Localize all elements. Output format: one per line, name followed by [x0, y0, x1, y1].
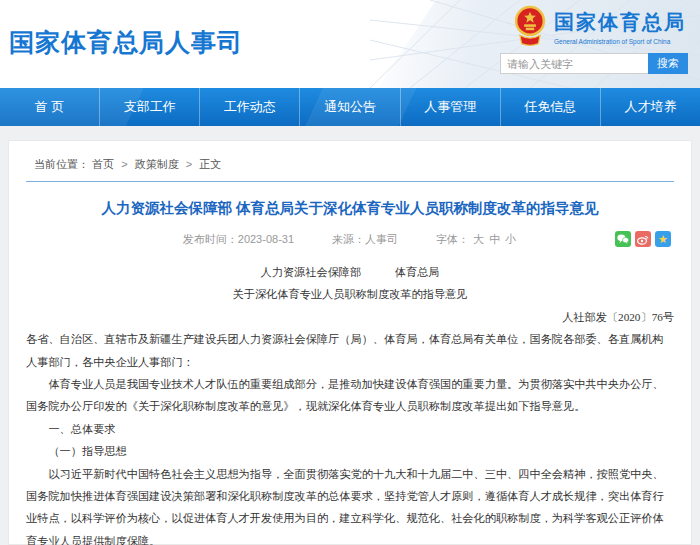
article-title: 人力资源社会保障部 体育总局关于深化体育专业人员职称制度改革的指导意见 [26, 199, 674, 218]
breadcrumb-home[interactable]: 首页 [92, 158, 114, 170]
breadcrumb-label: 当前位置： [34, 158, 89, 170]
search-button[interactable]: 搜索 [648, 53, 688, 74]
guiding-ideology-paragraph: 以习近平新时代中国特色社会主义思想为指导，全面贯彻落实党的十九大和十九届二中、三… [26, 463, 674, 545]
article-source: 来源：人事司 [332, 232, 398, 248]
breadcrumb: 当前位置： 首页 > 政策制度 > 正文 [26, 155, 674, 182]
breadcrumb-policy[interactable]: 政策制度 [135, 158, 179, 170]
font-size-medium[interactable]: 中 [489, 233, 500, 245]
site-header: 国家体育总局人事司 国家体育总局 General Administration … [0, 0, 700, 88]
agency-name: 国家体育总局 [554, 9, 686, 36]
nav-item-notices[interactable]: 通知公告 [299, 88, 399, 126]
search-input[interactable] [500, 53, 648, 74]
search-box: 搜索 [500, 53, 688, 74]
national-emblem-icon [513, 5, 547, 47]
font-size-label: 字体： [436, 233, 469, 245]
salutation-paragraph: 各省、自治区、直辖市及新疆生产建设兵团人力资源社会保障厅（局）、体育局，体育总局… [26, 328, 674, 373]
font-size-large[interactable]: 大 [473, 233, 484, 245]
breadcrumb-separator: > [186, 158, 192, 170]
main-navigation: 首 页 支部工作 工作动态 通知公告 人事管理 任免信息 人才培养 [0, 88, 700, 126]
nav-item-home[interactable]: 首 页 [0, 88, 99, 126]
nav-item-appointments[interactable]: 任免信息 [500, 88, 600, 126]
section-heading-1-1: （一）指导思想 [26, 440, 674, 462]
article-meta: 发布时间：2023-08-31 来源：人事司 字体： 大 中 小 [26, 232, 674, 248]
agency-name-english: General Administration of Sport of China [554, 38, 686, 45]
font-size-control: 字体： 大 中 小 [436, 232, 517, 248]
section-heading-1: 一、总体要求 [26, 418, 674, 440]
nav-item-personnel[interactable]: 人事管理 [400, 88, 500, 126]
wechat-share-icon[interactable] [615, 231, 631, 247]
favorite-share-icon[interactable]: ★ [655, 231, 671, 247]
breadcrumb-separator: > [121, 158, 127, 170]
nav-item-work-news[interactable]: 工作动态 [199, 88, 299, 126]
nav-item-talent[interactable]: 人才培养 [600, 88, 700, 126]
document-title-line: 关于深化体育专业人员职称制度改革的指导意见 [26, 283, 674, 305]
nav-item-branch-work[interactable]: 支部工作 [99, 88, 199, 126]
breadcrumb-current: 正文 [199, 158, 221, 170]
publish-date: 发布时间：2023-08-31 [183, 232, 294, 248]
site-title: 国家体育总局人事司 [9, 26, 243, 59]
font-size-small[interactable]: 小 [505, 233, 516, 245]
weibo-share-icon[interactable] [635, 231, 651, 247]
document-body: 人力资源社会保障部 体育总局 关于深化体育专业人员职称制度改革的指导意见 人社部… [26, 261, 674, 545]
issuing-orgs-line: 人力资源社会保障部 体育总局 [26, 261, 674, 283]
content-card: 当前位置： 首页 > 政策制度 > 正文 人力资源社会保障部 体育总局关于深化体… [8, 140, 692, 545]
agency-logo: 国家体育总局 General Administration of Sport o… [513, 5, 686, 47]
share-icons: ★ [615, 231, 671, 247]
document-number: 人社部发〔2020〕76号 [26, 306, 674, 328]
intro-paragraph: 体育专业人员是我国专业技术人才队伍的重要组成部分，是推动加快建设体育强国的重要力… [26, 373, 674, 418]
